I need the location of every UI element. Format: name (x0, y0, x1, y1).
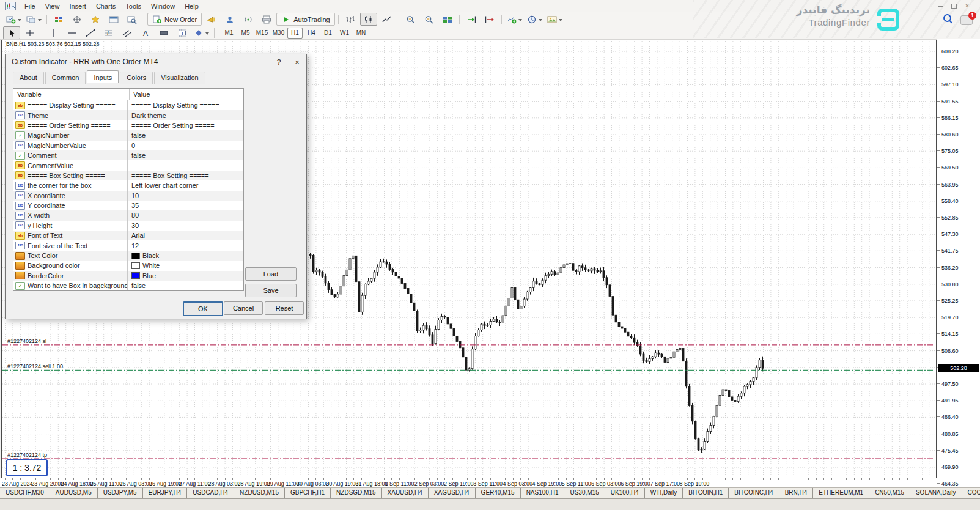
symbol-tab[interactable]: BITCOINC,H4 (728, 488, 778, 498)
templates-button[interactable] (545, 13, 564, 26)
param-row[interactable]: ab===== Box Setting ========== Box Setti… (13, 171, 243, 180)
timeframe-h1[interactable]: H1 (287, 28, 303, 39)
data-window-button[interactable] (68, 13, 86, 26)
param-value[interactable]: false (127, 130, 243, 140)
label-button[interactable] (155, 26, 172, 39)
timeframe-h4[interactable]: H4 (304, 28, 319, 39)
tester-button[interactable] (123, 13, 141, 26)
profiles-button[interactable] (24, 13, 43, 26)
crosshair-button[interactable] (21, 26, 39, 39)
cancel-button[interactable]: Cancel (224, 301, 263, 315)
symbol-tab[interactable]: NZDUSD,M15 (234, 488, 284, 498)
param-value[interactable]: Blue (127, 271, 243, 281)
menu-item-file[interactable]: File (20, 0, 40, 12)
navigator-button[interactable] (87, 13, 104, 26)
auto-scroll-button[interactable] (463, 13, 480, 26)
param-value[interactable] (127, 160, 243, 170)
param-value[interactable]: 10 (127, 191, 243, 201)
timeframe-m5[interactable]: M5 (238, 28, 253, 39)
timeframe-w1[interactable]: W1 (337, 28, 352, 39)
param-value[interactable]: Left lower chart corner (127, 180, 243, 190)
zoom-in-button[interactable] (402, 13, 419, 26)
channel-button[interactable] (119, 26, 136, 39)
line-chart-button[interactable] (378, 13, 396, 26)
vertical-line-button[interactable] (45, 26, 62, 39)
param-row[interactable]: 123ThemeDark theme (13, 110, 243, 120)
param-value[interactable]: ===== Box Setting ===== (127, 171, 243, 180)
tile-windows-button[interactable] (439, 13, 456, 26)
param-row[interactable]: ✓MagicNumberfalse (13, 130, 243, 140)
autotrading-button[interactable]: AutoTrading (276, 13, 335, 26)
symbol-tab[interactable]: GBPCHF,H1 (284, 488, 330, 498)
tab-inputs[interactable]: Inputs (87, 70, 119, 83)
price-axis[interactable]: 608.20602.65597.10591.55586.15580.60575.… (937, 39, 980, 487)
horizontal-line-button[interactable] (64, 26, 81, 39)
menu-item-tools[interactable]: Tools (120, 0, 146, 12)
timeframe-m15[interactable]: M15 (254, 28, 270, 39)
symbol-tab[interactable]: NZDSGD,M15 (330, 488, 381, 498)
chevron-down-icon[interactable] (559, 19, 562, 23)
param-row[interactable]: ab===== Display Setting ========== Displ… (13, 100, 243, 110)
trendline-button[interactable] (82, 26, 99, 39)
param-row[interactable]: BorderColorBlue (13, 271, 243, 281)
symbol-tab[interactable]: ETHEREUM,M1 (812, 488, 869, 498)
symbol-tab[interactable]: XAUUSD,H4 (381, 488, 428, 498)
ok-button[interactable]: OK (183, 301, 223, 316)
timeframe-mn[interactable]: MN (353, 28, 369, 39)
help-icon[interactable]: ? (270, 57, 288, 67)
param-value[interactable]: Dark theme (127, 110, 243, 120)
close-icon[interactable]: × (963, 2, 971, 9)
save-button[interactable]: Save (245, 284, 297, 297)
symbol-tab[interactable]: UK100,H4 (605, 488, 644, 498)
param-row[interactable]: ab===== Order Setting ========== Order S… (13, 120, 243, 130)
indicators-button[interactable] (505, 13, 524, 26)
param-value[interactable]: false (127, 281, 243, 290)
chevron-down-icon[interactable] (205, 32, 209, 37)
symbol-tab[interactable]: CN50,M15 (869, 488, 910, 498)
dialog-title-bar[interactable]: Custom Indicator - RRR with One Order MT… (6, 54, 306, 69)
param-value[interactable]: 30 (127, 221, 243, 231)
signals-button[interactable] (240, 13, 257, 26)
param-row[interactable]: 123MagicNumberValue0 (13, 141, 243, 150)
metaeditor-button[interactable] (221, 13, 238, 26)
periods-button[interactable] (525, 13, 544, 26)
new-order-button[interactable]: New Order (147, 13, 202, 26)
param-value[interactable]: 0 (127, 141, 243, 150)
zoom-out-button[interactable] (421, 13, 438, 26)
symbol-tab[interactable]: EURJPY,H4 (142, 488, 187, 498)
symbol-tab[interactable]: BITCOIN,H1 (682, 488, 728, 498)
symbol-tab[interactable]: US30,M15 (564, 488, 604, 498)
text-button[interactable]: A (137, 26, 154, 39)
param-value[interactable]: 12 (127, 240, 243, 250)
chevron-down-icon[interactable] (38, 19, 42, 23)
chevron-down-icon[interactable] (539, 19, 542, 23)
time-axis[interactable]: 23 Aug 202423 Aug 20:0024 Aug 18:0025 Au… (0, 478, 937, 488)
symbol-tab[interactable]: USDCAD,H4 (186, 488, 234, 498)
param-row[interactable]: ✓Commentfalse (13, 150, 243, 160)
symbol-tab[interactable]: NAS100,H1 (520, 488, 564, 498)
param-row[interactable]: 123Font size of the Text12 (13, 240, 243, 250)
menu-item-insert[interactable]: Insert (64, 0, 91, 12)
textbox-button[interactable]: T (174, 26, 191, 39)
param-value[interactable]: ===== Display Setting ===== (127, 100, 243, 110)
menu-item-help[interactable]: Help (180, 0, 204, 12)
symbol-tab[interactable]: USDJPY,M5 (97, 488, 142, 498)
param-value[interactable]: Black (127, 251, 243, 261)
terminal-button[interactable] (105, 13, 122, 26)
param-value[interactable]: 80 (127, 210, 243, 220)
timeframe-d1[interactable]: D1 (320, 28, 336, 39)
param-value[interactable]: Arial (127, 231, 243, 240)
param-value[interactable]: White (127, 261, 243, 270)
symbol-tab[interactable]: GER40,M15 (475, 488, 520, 498)
restore-icon[interactable] (949, 2, 958, 9)
menu-item-window[interactable]: Window (146, 0, 180, 12)
load-button[interactable]: Load (245, 267, 297, 281)
param-row[interactable]: abFont of TextArial (13, 231, 243, 240)
symbol-tab[interactable]: BRN,H4 (779, 488, 813, 498)
bars-chart-button[interactable] (342, 13, 359, 26)
tab-about[interactable]: About (13, 72, 44, 84)
param-row[interactable]: 123X coordiante10 (13, 191, 243, 201)
param-row[interactable]: 123the corner for the boxLeft lower char… (13, 180, 243, 190)
shapes-button[interactable] (192, 26, 211, 39)
param-row[interactable]: Background colorWhite (13, 261, 243, 270)
